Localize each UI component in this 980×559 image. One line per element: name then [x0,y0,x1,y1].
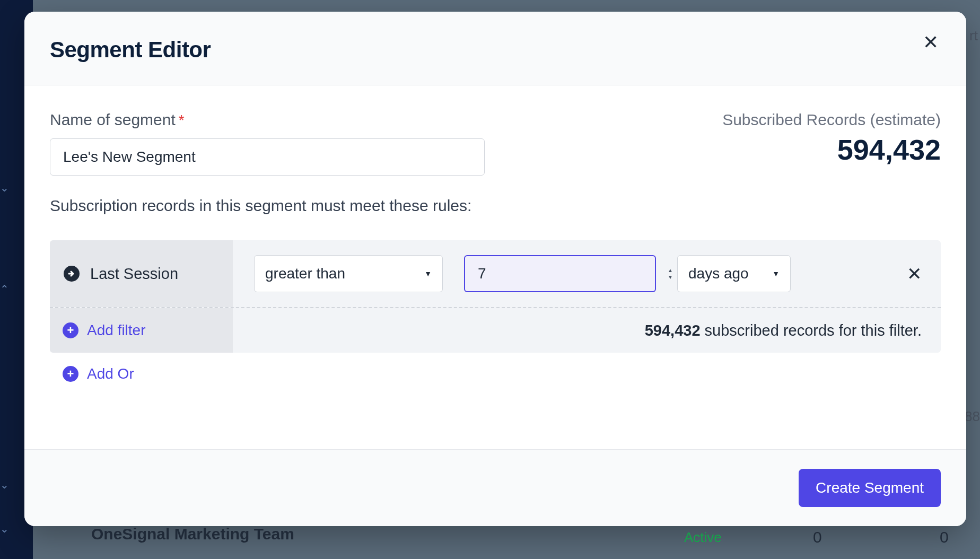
filter-row: Last Session greater than ▼ ▲ ▼ [50,240,941,307]
chevron-down-icon: ⌄ [0,181,9,194]
add-or-label: Add Or [87,365,134,382]
filter-controls: greater than ▼ ▲ ▼ days ago ▼ [233,255,941,292]
spinner-down-icon: ▼ [668,274,673,280]
modal-body: Name of segment * Subscribed Records (es… [24,85,966,449]
chevron-down-icon: ▼ [772,269,780,278]
value-input-wrap[interactable]: ▲ ▼ [464,255,656,292]
modal-title: Segment Editor [50,37,941,63]
background-status: Active [684,529,722,546]
close-icon: ✕ [907,264,922,284]
modal-header: Segment Editor ✕ [24,12,966,85]
filter-block: Last Session greater than ▼ ▲ ▼ [50,240,941,353]
operator-select[interactable]: greater than ▼ [254,255,443,292]
name-field-group: Name of segment * [50,111,485,176]
operator-value: greater than [265,265,345,282]
remove-filter-button[interactable]: ✕ [907,263,922,284]
last-session-icon [63,265,81,283]
name-label-row: Name of segment * [50,111,485,129]
estimate-label: Subscribed Records (estimate) [722,111,941,129]
estimate-value: 594,432 [722,133,941,166]
background-team-name: OneSignal Marketing Team [91,525,294,543]
rules-intro-text: Subscription records in this segment mus… [50,197,941,215]
close-button[interactable]: ✕ [923,33,939,52]
close-icon: ✕ [923,31,939,53]
background-text: rt [969,28,978,44]
background-zero: 0 [813,528,822,546]
segment-name-input[interactable] [50,138,485,176]
filter-summary-row: + Add filter 594,432 subscribed records … [50,308,941,353]
filter-count-rest: subscribed records for this filter. [701,322,922,339]
unit-select[interactable]: days ago ▼ [677,255,791,292]
number-spinner[interactable]: ▲ ▼ [668,267,673,280]
add-filter-label: Add filter [87,322,146,339]
name-field-label: Name of segment [50,111,176,129]
spinner-up-icon: ▲ [668,267,673,273]
modal-footer: Create Segment [24,449,966,526]
unit-value: days ago [688,265,749,282]
filter-type-label: Last Session [90,265,178,283]
add-or-button[interactable]: + Add Or [50,365,941,382]
estimate-group: Subscribed Records (estimate) 594,432 [722,111,941,166]
filter-value-input[interactable] [478,265,668,282]
required-indicator: * [179,112,185,129]
plus-circle-icon: + [63,322,78,338]
add-filter-button[interactable]: + Add filter [50,308,233,353]
background-text: 88 [965,408,980,425]
chevron-up-icon: ⌃ [0,283,9,295]
create-segment-button[interactable]: Create Segment [799,469,941,507]
filter-count-text: 594,432 subscribed records for this filt… [233,322,941,339]
chevron-down-icon: ⌄ [0,522,9,535]
chevron-down-icon: ▼ [424,269,432,278]
filter-type-cell: Last Session [50,240,233,307]
chevron-down-icon: ⌄ [0,478,9,491]
background-zero: 0 [940,528,949,546]
segment-editor-modal: Segment Editor ✕ Name of segment * Subsc… [24,12,966,526]
plus-circle-icon: + [63,366,78,382]
filter-count-number: 594,432 [645,322,701,339]
top-row: Name of segment * Subscribed Records (es… [50,111,941,176]
